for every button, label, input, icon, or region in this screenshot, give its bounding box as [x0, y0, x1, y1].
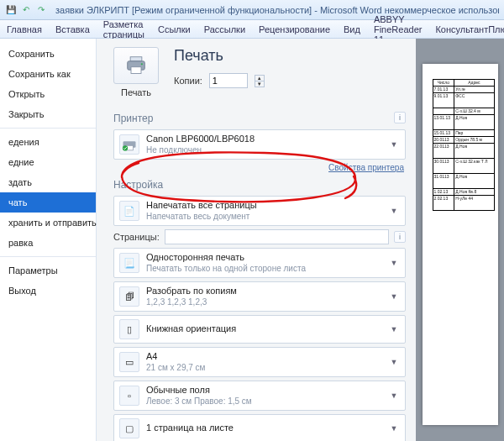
menu-save-as[interactable]: Сохранить как — [0, 64, 96, 84]
tab-home[interactable]: Главная — [0, 20, 49, 39]
paper-size-dropdown[interactable]: ▭ A4 21 см x 29,7 см ▼ — [114, 348, 405, 376]
preview-table: ЧислоАдрес 7.01.13Ул.ге 9.01.13ФСС С-з.Ш… — [433, 79, 495, 211]
menu-options[interactable]: Параметры — [0, 260, 96, 281]
preview-page: ЧислоАдрес 7.01.13Ул.ге 9.01.13ФСС С-з.Ш… — [423, 64, 498, 425]
margins-icon: ▫ — [119, 386, 139, 406]
svg-rect-2 — [131, 67, 141, 74]
chevron-down-icon: ▼ — [388, 207, 400, 215]
title-bar: 💾 ↶ ↷ заявки ЭЛКРИПТ [Режим ограниченной… — [0, 0, 504, 20]
menu-new[interactable]: здать — [0, 172, 96, 192]
copies-input[interactable] — [209, 73, 248, 88]
printer-section-label: Принтер — [113, 113, 153, 124]
margins-dropdown[interactable]: ▫ Обычные поля Левое: 3 см Правое: 1,5 с… — [114, 381, 405, 410]
print-range-dropdown[interactable]: 📄 Напечатать все страницы Напечатать вес… — [114, 197, 405, 225]
chevron-down-icon: ▼ — [388, 391, 400, 400]
info-icon[interactable]: i — [394, 112, 406, 123]
collate-icon: 🗐 — [119, 286, 139, 307]
menu-help[interactable]: равка — [0, 233, 96, 253]
copies-down[interactable]: ▼ — [255, 81, 264, 87]
print-button[interactable]: Печать — [113, 47, 159, 97]
sides-dropdown[interactable]: 📃 Односторонняя печать Печатать только н… — [114, 249, 405, 277]
collate-dropdown[interactable]: 🗐 Разобрать по копиям 1,2,3 1,2,3 1,2,3 … — [114, 282, 405, 311]
menu-share[interactable]: хранить и отправить — [0, 213, 96, 233]
tab-layout[interactable]: Разметка страницы — [97, 20, 151, 39]
printer-small-icon — [119, 134, 139, 155]
tab-view[interactable]: Вид — [337, 20, 367, 39]
copies-label: Копии: — [174, 76, 202, 86]
chevron-down-icon: ▼ — [388, 292, 400, 301]
tab-abbyy[interactable]: ABBYY FineReader 11 — [367, 20, 428, 39]
print-panel: Печать Печать Копии: ▲ ▼ Принтер i — [97, 39, 416, 441]
copies-up[interactable]: ▲ — [255, 76, 264, 81]
info-icon[interactable]: i — [394, 231, 406, 243]
print-preview: ЧислоАдрес 7.01.13Ул.ге 9.01.13ФСС С-з.Ш… — [416, 39, 504, 441]
chevron-down-icon: ▼ — [388, 259, 400, 267]
tab-mailings[interactable]: Рассылки — [197, 20, 252, 39]
per-sheet-icon: ▢ — [119, 418, 139, 438]
redo-icon[interactable]: ↷ — [35, 4, 47, 16]
menu-save[interactable]: Сохранить — [0, 44, 96, 64]
menu-exit[interactable]: Выход — [0, 281, 96, 301]
chevron-down-icon: ▼ — [388, 325, 400, 333]
svg-rect-0 — [130, 57, 142, 61]
tab-review[interactable]: Рецензирование — [252, 20, 337, 39]
printer-icon — [124, 55, 148, 76]
menu-recent[interactable]: едние — [0, 152, 96, 172]
tab-insert[interactable]: Вставка — [49, 20, 97, 39]
pages-per-sheet-dropdown[interactable]: ▢ 1 страница на листе ▼ — [114, 415, 405, 441]
tab-consultant[interactable]: КонсультантПлюс — [428, 20, 504, 39]
print-heading: Печать — [174, 47, 265, 65]
printer-properties-link[interactable]: Свойства принтера — [113, 163, 404, 172]
settings-section-label: Настройка — [113, 179, 406, 191]
chevron-down-icon: ▼ — [388, 358, 400, 366]
one-side-icon: 📃 — [119, 253, 139, 273]
svg-point-3 — [141, 63, 143, 65]
menu-print[interactable]: чать — [0, 192, 96, 213]
backstage-menu: Сохранить Сохранить как Открыть Закрыть … — [0, 39, 97, 441]
menu-open[interactable]: Открыть — [0, 84, 96, 104]
undo-icon[interactable]: ↶ — [20, 4, 32, 16]
printer-name: Canon LBP6000/LBP6018 — [146, 134, 388, 144]
orientation-dropdown[interactable]: ▯ Книжная ориентация ▼ — [114, 316, 405, 343]
chevron-down-icon: ▼ — [388, 424, 400, 433]
chevron-down-icon: ▼ — [388, 140, 400, 149]
pages-label: Страницы: — [113, 232, 160, 242]
quick-access: 💾 ↶ ↷ — [5, 4, 47, 16]
tab-references[interactable]: Ссылки — [151, 20, 197, 39]
page-all-icon: 📄 — [119, 201, 139, 221]
ribbon-tabs: Главная Вставка Разметка страницы Ссылки… — [0, 20, 504, 39]
menu-close[interactable]: Закрыть — [0, 104, 96, 124]
portrait-icon: ▯ — [119, 319, 139, 339]
print-button-label: Печать — [113, 87, 159, 97]
menu-info[interactable]: едения — [0, 132, 96, 152]
printer-status: Не подключен — [146, 145, 388, 155]
printer-dropdown[interactable]: Canon LBP6000/LBP6018 Не подключен ▼ — [114, 130, 405, 159]
paper-icon: ▭ — [119, 352, 139, 372]
pages-input[interactable] — [165, 229, 389, 244]
save-icon[interactable]: 💾 — [5, 4, 17, 16]
window-title: заявки ЭЛКРИПТ [Режим ограниченной функц… — [55, 5, 499, 15]
